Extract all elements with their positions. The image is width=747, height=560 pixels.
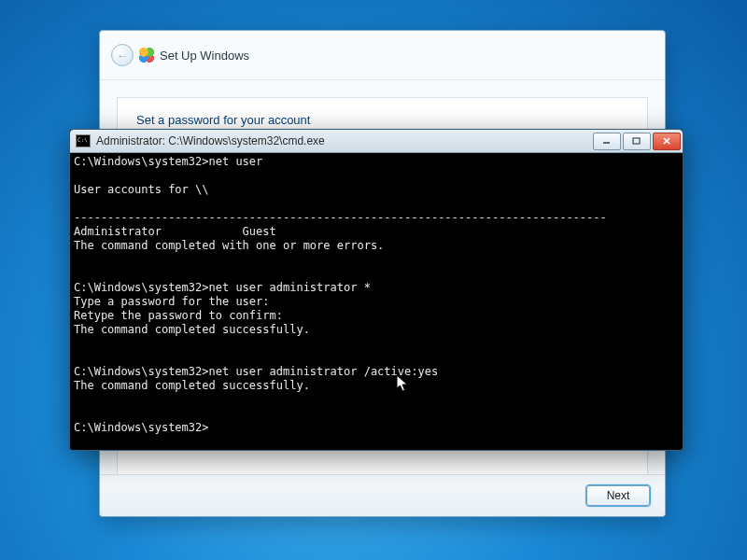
maximize-icon — [632, 137, 641, 145]
minimize-button[interactable] — [593, 133, 621, 150]
console-window-title: Administrator: C:\Windows\system32\cmd.e… — [96, 134, 587, 147]
window-controls — [593, 133, 681, 150]
command-prompt-window[interactable]: Administrator: C:\Windows\system32\cmd.e… — [69, 129, 684, 451]
close-button[interactable] — [653, 133, 681, 150]
windows-flag-icon — [139, 48, 154, 63]
wizard-footer: Next — [100, 474, 665, 516]
desktop-background: ← Set Up Windows Set a password for your… — [0, 0, 747, 560]
wizard-inner-heading: Set a password for your account — [136, 113, 310, 127]
wizard-title: Set Up Windows — [160, 49, 249, 63]
back-button[interactable]: ← — [111, 44, 134, 66]
svg-rect-1 — [633, 138, 640, 144]
console-output[interactable]: C:\Windows\system32>net user User accoun… — [70, 153, 683, 450]
console-titlebar[interactable]: Administrator: C:\Windows\system32\cmd.e… — [70, 130, 683, 153]
back-arrow-icon: ← — [117, 49, 129, 63]
maximize-button[interactable] — [623, 133, 651, 150]
next-button[interactable]: Next — [586, 485, 650, 506]
wizard-header: ← Set Up Windows — [100, 31, 665, 80]
close-icon — [662, 137, 671, 145]
cmd-icon — [76, 134, 91, 147]
minimize-icon — [602, 137, 612, 145]
